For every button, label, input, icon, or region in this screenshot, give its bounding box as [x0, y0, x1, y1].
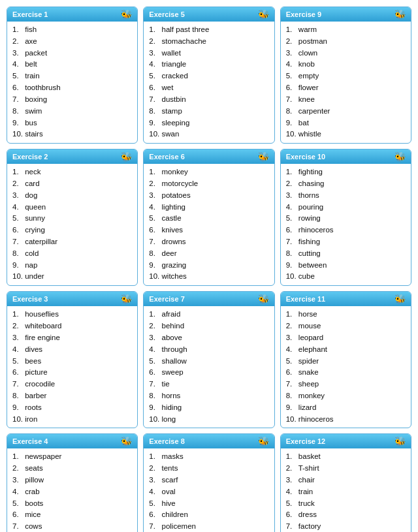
exercise3-title: Exercise 3 — [12, 295, 48, 303]
list-item: 1. houseflies — [12, 309, 133, 321]
exercise3-bee-icon: 🐝 — [121, 294, 132, 304]
item-number: 10. — [149, 271, 159, 283]
exercise8-title: Exercise 8 — [149, 437, 184, 445]
item-number: 3. — [149, 48, 159, 59]
item-text: dustbin — [159, 95, 185, 103]
list-item: 6. mice — [12, 509, 133, 521]
list-item: 4. train — [286, 486, 407, 498]
item-text: oval — [159, 488, 175, 495]
item-text: fish — [23, 25, 37, 33]
list-item: 3. chair — [286, 475, 407, 486]
item-text: swan — [159, 130, 179, 138]
list-item: 4. dives — [12, 344, 133, 356]
exercise1-body: 1. fish2. axe3. packet4. belt5. train6. … — [7, 22, 137, 143]
item-number: 7. — [149, 236, 159, 248]
list-item: 5. truck — [286, 498, 407, 510]
item-text: horns — [159, 392, 180, 399]
list-item: 10. cube — [286, 271, 407, 283]
item-text: truck — [297, 499, 315, 507]
list-item: 5. castle — [149, 213, 270, 225]
item-text: hiding — [159, 403, 182, 411]
item-text: chair — [297, 476, 315, 484]
item-number: 1. — [286, 451, 297, 463]
exercise8: Exercise 8🐝1. masks2. tents3. scarf4. ov… — [143, 433, 274, 532]
item-text: potatoes — [159, 191, 190, 199]
exercise5: Exercise 5🐝1. half past three2. stomacha… — [143, 7, 274, 144]
item-text: cold — [23, 249, 39, 257]
item-text: houseflies — [23, 310, 59, 318]
item-text: dog — [23, 191, 37, 199]
item-text: axe — [23, 37, 37, 45]
item-number: 5. — [149, 70, 159, 82]
exercise5-title: Exercise 5 — [149, 10, 184, 18]
exercise10-header: Exercise 10🐝 — [281, 149, 411, 164]
list-item: 4. queen — [12, 202, 133, 213]
item-text: spider — [297, 357, 319, 365]
list-item: 9. sleeping — [149, 117, 270, 129]
item-number: 4. — [12, 486, 23, 498]
item-number: 4. — [286, 202, 297, 213]
item-number: 1. — [12, 24, 23, 36]
item-number: 8. — [12, 390, 23, 402]
item-text: cube — [297, 272, 315, 280]
list-item: 3. thorns — [286, 190, 407, 202]
item-text: nap — [23, 261, 37, 269]
exercise6-title: Exercise 6 — [149, 153, 184, 161]
item-number: 1. — [286, 24, 297, 36]
item-text: basket — [297, 452, 321, 460]
item-number: 9. — [12, 117, 23, 129]
item-text: caterpillar — [23, 238, 57, 245]
list-item: 8. carpenter — [286, 106, 407, 117]
list-item: 2. card — [12, 178, 133, 190]
item-text: rhinoceros — [297, 415, 334, 423]
list-item: 7. caterpillar — [12, 236, 133, 248]
list-item: 9. bus — [12, 117, 133, 129]
item-number: 6. — [149, 509, 159, 521]
item-text: crying — [23, 226, 45, 234]
item-number: 6. — [286, 82, 297, 94]
item-text: sweep — [159, 368, 183, 376]
item-text: card — [23, 180, 40, 187]
item-text: stairs — [23, 130, 43, 138]
list-item: 5. boots — [12, 498, 133, 510]
list-item: 4. knob — [286, 59, 407, 70]
list-item: 7. dustbin — [149, 94, 270, 106]
list-item: 2. stomachache — [149, 36, 270, 48]
list-item: 4. triangle — [149, 59, 270, 70]
exercise11-header: Exercise 11🐝 — [281, 292, 411, 306]
list-item: 1. masks — [149, 451, 270, 463]
exercise7-bee-icon: 🐝 — [258, 294, 269, 304]
item-text: sunny — [23, 214, 45, 222]
item-text: whiteboard — [23, 322, 61, 330]
item-text: afraid — [159, 310, 180, 318]
item-text: mice — [23, 510, 40, 518]
exercise12: Exercise 12🐝1. basket2. T-shirt3. chair4… — [280, 433, 411, 532]
item-text: fishing — [297, 238, 320, 245]
item-text: lighting — [159, 203, 185, 211]
list-item: 7. tie — [149, 379, 270, 390]
list-item: 9. nap — [12, 260, 133, 272]
list-item: 7. crocodile — [12, 379, 133, 390]
item-number: 4. — [149, 486, 159, 498]
item-number: 5. — [286, 213, 297, 225]
item-number: 7. — [12, 94, 23, 106]
exercise3: Exercise 3🐝1. houseflies2. whiteboard3. … — [7, 291, 138, 428]
item-number: 6. — [149, 82, 159, 94]
item-number: 7. — [286, 236, 297, 248]
item-number: 9. — [286, 260, 297, 272]
item-text: children — [159, 510, 187, 518]
exercise11-bee-icon: 🐝 — [394, 294, 406, 304]
item-text: lizard — [297, 403, 317, 411]
item-text: horse — [297, 310, 317, 318]
item-text: warm — [297, 25, 317, 33]
item-text: train — [297, 488, 314, 495]
item-number: 4. — [12, 59, 23, 70]
list-item: 4. elephant — [286, 344, 407, 356]
list-item: 1. newspaper — [12, 451, 133, 463]
list-item: 4. pouring — [286, 202, 407, 213]
list-item: 2. T-shirt — [286, 463, 407, 475]
exercise7: Exercise 7🐝1. afraid2. behind3. above4. … — [143, 291, 274, 428]
item-text: mouse — [297, 322, 321, 330]
list-item: 1. basket — [286, 451, 407, 463]
list-item: 4. oval — [149, 486, 270, 498]
